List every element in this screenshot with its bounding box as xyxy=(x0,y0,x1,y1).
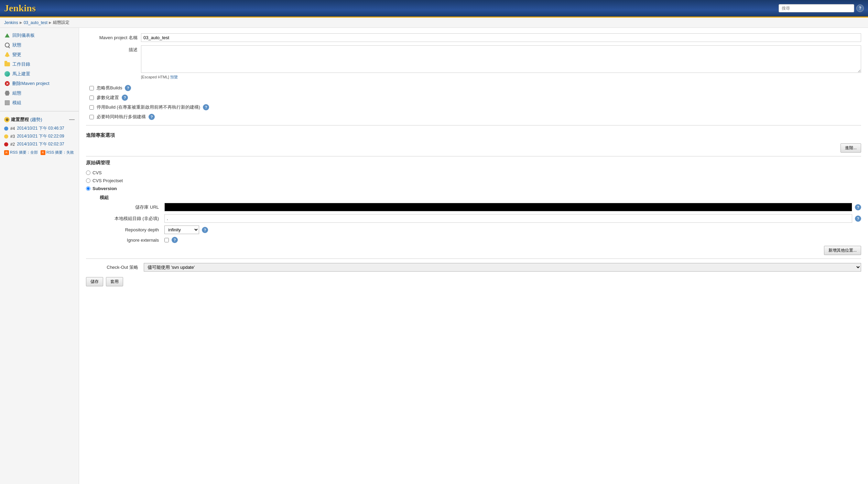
advanced-button[interactable]: 進階... xyxy=(840,143,861,153)
search-input[interactable] xyxy=(779,4,854,12)
checkbox-row-2: 參數化建置 ? xyxy=(89,93,861,102)
add-module-row: 新增其他位置... xyxy=(100,246,861,255)
apply-button[interactable]: 套用 xyxy=(106,277,123,286)
help-repo-url[interactable]: ? xyxy=(855,204,861,210)
build-item-2[interactable]: #2 2014/10/21 下午 02:02:37 xyxy=(0,140,79,148)
module-icon xyxy=(4,100,10,106)
breadcrumb-sep-1: ▶ xyxy=(20,21,22,24)
repo-url-label: 儲存庫 URL xyxy=(100,204,162,210)
help-concurrent[interactable]: ? xyxy=(149,114,155,120)
rss-all-link[interactable]: R RSS 摘要：全部 xyxy=(4,150,38,155)
build-link-2[interactable]: 2014/10/21 下午 02:02:37 xyxy=(17,141,64,147)
sidebar-item-changes[interactable]: 變更 xyxy=(0,50,79,59)
rss-all-icon: R xyxy=(4,150,9,155)
ignore-old-builds-checkbox[interactable] xyxy=(89,86,94,90)
build-item-4[interactable]: #4 2014/10/21 下午 03:46:37 xyxy=(0,124,79,132)
build-link-3[interactable]: 2014/10/21 下午 02:22:09 xyxy=(17,133,64,139)
scm-svn-radio[interactable] xyxy=(86,186,90,191)
help-ignore-externals[interactable]: ? xyxy=(172,237,178,243)
help-repo-depth[interactable]: ? xyxy=(202,227,208,233)
module-section-label: 模組 xyxy=(100,195,861,201)
build-history-header: ⚙ 建置歷程 (趨勢) — xyxy=(0,115,79,124)
breadcrumb-jenkins[interactable]: Jenkins xyxy=(4,20,18,25)
build-status-dot-2 xyxy=(4,142,8,146)
sidebar-item-status[interactable]: 狀態 xyxy=(0,40,79,50)
disable-build-checkbox[interactable] xyxy=(89,105,94,110)
repo-depth-label: Repository depth xyxy=(100,227,162,232)
sidebar-label-workspace: 工作目錄 xyxy=(12,61,30,67)
scm-section-title: 原始碼管理 xyxy=(86,160,861,166)
folder-icon xyxy=(4,61,10,67)
maven-name-control xyxy=(141,33,861,42)
status-icon xyxy=(4,42,10,48)
repo-depth-select[interactable]: infinity empty files immediates xyxy=(164,226,199,234)
build-number-3: #3 xyxy=(10,134,15,139)
disable-build-label[interactable]: 停用Build (在專案被重新啟用前將不再執行新的建構) xyxy=(97,104,200,110)
breadcrumb-project[interactable]: 03_auto_test xyxy=(24,20,47,25)
rss-links: R RSS 摘要：全部 R RSS 摘要：失敗 xyxy=(0,148,79,157)
checkout-row: Check-Out 策略 儘可能使用 'svn update' xyxy=(86,263,861,272)
scm-cvs-label[interactable]: CVS xyxy=(93,170,102,175)
build-number-4: #4 xyxy=(10,126,15,131)
build-item-3[interactable]: #3 2014/10/21 下午 02:22:09 xyxy=(0,132,79,140)
save-button[interactable]: 儲存 xyxy=(86,277,103,286)
rss-fail-label: RSS 摘要：失敗 xyxy=(46,150,74,155)
scm-svn-label[interactable]: Subversion xyxy=(93,186,117,191)
parametrize-checkbox[interactable] xyxy=(89,96,94,100)
concurrent-build-checkbox[interactable] xyxy=(89,115,94,119)
help-button[interactable]: ? xyxy=(856,4,864,12)
build-history-label: 建置歷程 xyxy=(11,117,29,123)
sidebar-item-modules[interactable]: 模組 xyxy=(0,98,79,108)
scm-cvs-row: CVS xyxy=(86,169,861,177)
help-local-dir[interactable]: ? xyxy=(855,216,861,222)
scm-cvs-ps-label[interactable]: CVS Projectset xyxy=(93,178,123,183)
description-textarea[interactable] xyxy=(141,45,861,73)
help-ignore-builds[interactable]: ? xyxy=(125,85,131,91)
description-label: 描述 xyxy=(86,45,141,53)
ignore-externals-label: Ignore externals xyxy=(100,238,162,243)
rss-fail-link[interactable]: R RSS 摘要：失敗 xyxy=(41,150,74,155)
repo-depth-row: Repository depth infinity empty files im… xyxy=(100,226,861,234)
build-number-2: #2 xyxy=(10,142,15,147)
build-link-4[interactable]: 2014/10/21 下午 03:46:37 xyxy=(17,125,64,131)
change-icon xyxy=(4,52,10,58)
sidebar-label-delete: 刪除Maven project xyxy=(12,80,50,87)
help-parametrize[interactable]: ? xyxy=(122,95,128,101)
scm-cvs-ps-radio[interactable] xyxy=(86,178,90,183)
sidebar-item-dashboard[interactable]: 回到儀表板 xyxy=(0,31,79,40)
scm-cvs-radio[interactable] xyxy=(86,170,90,175)
scm-cvs-ps-row: CVS Projectset xyxy=(86,177,861,185)
ignore-externals-checkbox[interactable] xyxy=(164,238,169,242)
description-row: 描述 [Escaped HTML] 預覽 xyxy=(86,45,861,80)
main-layout: 回到儀表板 狀態 變更 工作目錄 馬上建置 xyxy=(0,28,868,484)
ignore-old-builds-label[interactable]: 忽略舊Builds xyxy=(97,85,122,91)
repo-url-input[interactable] xyxy=(164,203,852,211)
sidebar-label-status: 狀態 xyxy=(12,42,21,48)
add-location-button[interactable]: 新增其他位置... xyxy=(824,246,861,255)
maven-name-input[interactable] xyxy=(141,33,861,42)
scm-section: CVS CVS Projectset Subversion 模組 儲存庫 URL… xyxy=(86,169,861,255)
build-status-dot-4 xyxy=(4,126,8,131)
concurrent-build-label[interactable]: 必要時同時執行多個建構 xyxy=(97,114,146,120)
repo-url-row: 儲存庫 URL ? xyxy=(100,203,861,211)
help-disable-build[interactable]: ? xyxy=(203,104,209,110)
sidebar-item-build-now[interactable]: 馬上建置 xyxy=(0,69,79,79)
sidebar-item-delete[interactable]: ✕ 刪除Maven project xyxy=(0,79,79,88)
checkout-select[interactable]: 儘可能使用 'svn update' xyxy=(144,263,861,272)
sidebar-label-dashboard: 回到儀表板 xyxy=(12,32,35,38)
checkbox-row-4: 必要時同時執行多個建構 ? xyxy=(89,112,861,122)
rss-fail-icon: R xyxy=(41,150,45,155)
config-icon xyxy=(4,90,10,96)
preview-link[interactable]: 預覽 xyxy=(170,75,178,79)
local-dir-input[interactable] xyxy=(164,214,852,223)
description-control: [Escaped HTML] 預覽 xyxy=(141,45,861,80)
trend-link[interactable]: (趨勢) xyxy=(30,117,42,123)
local-dir-row: 本地模組目錄 (非必填) ? xyxy=(100,214,861,223)
ignore-externals-row: Ignore externals ? xyxy=(100,237,861,243)
parametrize-label[interactable]: 參數化建置 xyxy=(97,95,119,101)
rss-all-label: RSS 摘要：全部 xyxy=(10,150,38,155)
sidebar-item-workspace[interactable]: 工作目錄 xyxy=(0,59,79,69)
maven-name-label: Maven project 名稱 xyxy=(86,33,141,41)
minimize-button[interactable]: — xyxy=(69,117,75,122)
sidebar-item-config[interactable]: 組態 xyxy=(0,88,79,98)
